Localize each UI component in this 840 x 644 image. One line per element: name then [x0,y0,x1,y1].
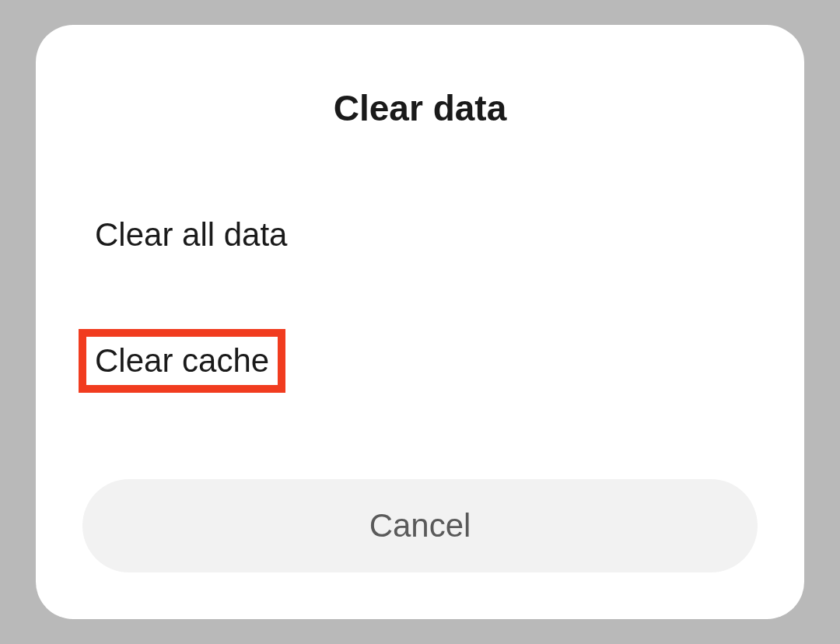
cancel-button[interactable]: Cancel [82,479,758,572]
option-label: Clear all data [95,216,287,253]
clear-all-data-option[interactable]: Clear all data [82,207,299,263]
clear-data-dialog: Clear data Clear all data Clear cache Ca… [36,25,804,619]
cancel-label: Cancel [369,507,471,544]
spacer [36,389,804,479]
dialog-options: Clear all data Clear cache [36,207,804,389]
clear-cache-option[interactable]: Clear cache [82,333,282,389]
option-label: Clear cache [95,342,269,379]
dialog-title: Clear data [36,87,804,129]
